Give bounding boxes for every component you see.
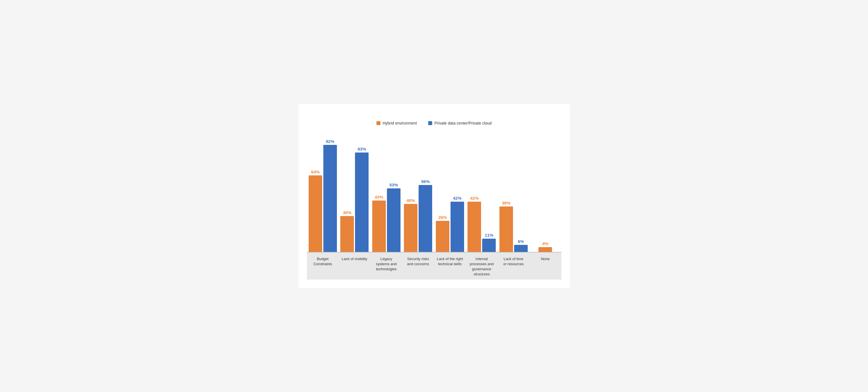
bar-pair: 4% xyxy=(538,139,552,252)
orange-bar-label: 4% xyxy=(542,241,548,246)
orange-bar-label: 40% xyxy=(406,198,415,203)
group-label: Security risksand concerns xyxy=(402,256,434,277)
blue-bar xyxy=(387,188,401,252)
group-label: None xyxy=(529,256,561,277)
bar-pair: 40%56% xyxy=(404,139,432,252)
blue-bar-wrap: 83% xyxy=(355,139,369,252)
chart-legend: Hybrid environment Private data center/P… xyxy=(307,121,561,125)
group-label: Lack of visibility xyxy=(339,256,371,277)
chart-area: 64%92%30%83%43%53%40%56%26%42%42%11%38%6… xyxy=(307,134,561,280)
bar-pair: 43%53% xyxy=(372,139,401,252)
group-label: Legacysystems andtechnologies xyxy=(371,256,402,277)
legend-label: Hybrid environment xyxy=(383,121,417,125)
orange-bar-label: 38% xyxy=(502,200,510,205)
group-label: Lack of the righttechnical skills xyxy=(434,256,466,277)
blue-bar-wrap: 56% xyxy=(418,139,432,252)
legend-color xyxy=(376,121,380,125)
blue-bar-wrap: 42% xyxy=(451,139,464,252)
blue-bar-label: 92% xyxy=(326,139,334,144)
orange-bar-wrap: 4% xyxy=(538,139,552,252)
bar-pair: 64%92% xyxy=(309,139,337,252)
orange-bar xyxy=(538,247,552,252)
bar-pair: 38%6% xyxy=(499,139,528,252)
legend-label: Private data center/Private cloud xyxy=(434,121,492,125)
orange-bar-wrap: 42% xyxy=(467,139,481,252)
blue-bar-label: 11% xyxy=(485,233,493,237)
orange-bar xyxy=(309,175,322,252)
orange-bar xyxy=(467,202,481,252)
blue-bar xyxy=(482,239,496,252)
blue-bar xyxy=(323,145,337,252)
blue-bar xyxy=(355,153,369,252)
orange-bar xyxy=(372,200,386,252)
blue-bar-label: 42% xyxy=(453,196,462,200)
blue-bar-wrap: 92% xyxy=(323,139,337,252)
bar-pair: 30%83% xyxy=(340,139,369,252)
bar-group: 26%42% xyxy=(434,139,466,252)
labels-section: BudgetConstraintsLack of visibilityLegac… xyxy=(307,253,561,280)
legend-item: Hybrid environment xyxy=(376,121,417,125)
bar-group: 40%56% xyxy=(402,139,434,252)
blue-bar-label: 56% xyxy=(421,179,430,184)
blue-bar-wrap: 11% xyxy=(482,139,496,252)
chart-container: Hybrid environment Private data center/P… xyxy=(299,104,570,288)
orange-bar-wrap: 26% xyxy=(436,139,450,252)
legend-color xyxy=(428,121,432,125)
orange-bar xyxy=(499,206,513,252)
bar-group: 43%53% xyxy=(371,139,402,252)
blue-bar-label: 53% xyxy=(390,183,398,187)
bars-section: 64%92%30%83%43%53%40%56%26%42%42%11%38%6… xyxy=(307,134,561,253)
bar-group: 64%92% xyxy=(307,139,339,252)
orange-bar-label: 42% xyxy=(470,196,478,200)
orange-bar-wrap: 30% xyxy=(340,139,354,252)
orange-bar xyxy=(340,216,354,252)
bar-group: 4% xyxy=(529,139,561,252)
legend-item: Private data center/Private cloud xyxy=(428,121,492,125)
bar-group: 42%11% xyxy=(466,139,498,252)
blue-bar-label: 83% xyxy=(358,146,366,151)
bar-pair: 26%42% xyxy=(436,139,464,252)
orange-bar-label: 43% xyxy=(375,195,383,199)
bar-group: 38%6% xyxy=(498,139,530,252)
group-label: Lack of timeor resources xyxy=(498,256,530,277)
orange-bar-wrap: 38% xyxy=(499,139,513,252)
blue-bar xyxy=(418,185,432,252)
blue-bar-wrap: 53% xyxy=(387,139,401,252)
blue-bar-wrap: 6% xyxy=(514,139,528,252)
blue-bar-label: 6% xyxy=(518,239,524,244)
bar-group: 30%83% xyxy=(339,139,371,252)
orange-bar-label: 30% xyxy=(343,210,351,215)
orange-bar-wrap: 40% xyxy=(404,139,417,252)
blue-bar xyxy=(451,202,464,252)
orange-bar-wrap: 43% xyxy=(372,139,386,252)
bar-pair: 42%11% xyxy=(467,139,496,252)
orange-bar xyxy=(404,204,417,252)
orange-bar-label: 64% xyxy=(311,169,320,174)
orange-bar xyxy=(436,221,450,252)
group-label: Internalprocesses andgovernancestructure… xyxy=(466,256,498,277)
orange-bar-label: 26% xyxy=(438,215,447,220)
orange-bar-wrap: 64% xyxy=(309,139,322,252)
blue-bar xyxy=(514,245,528,252)
group-label: BudgetConstraints xyxy=(307,256,339,277)
